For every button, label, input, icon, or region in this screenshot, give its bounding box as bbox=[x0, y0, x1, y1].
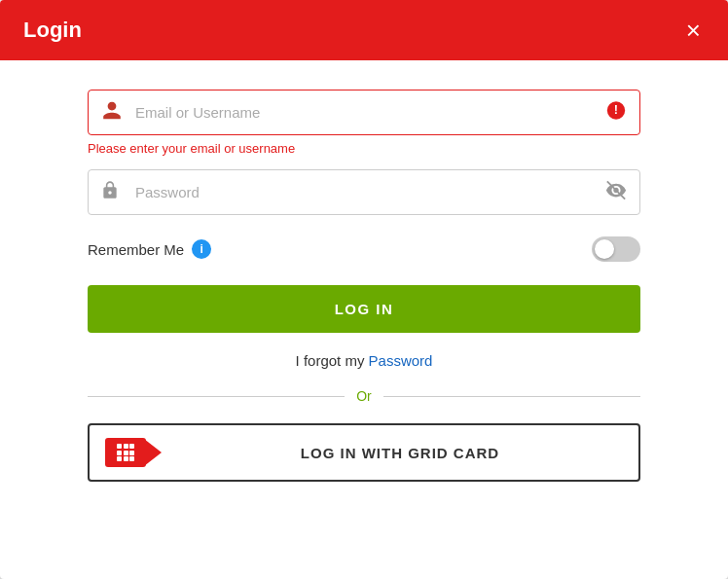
show-password-icon[interactable] bbox=[605, 179, 627, 205]
remember-text: Remember Me bbox=[88, 241, 184, 258]
grid-card-icon bbox=[105, 438, 162, 467]
forgot-text: I forgot my bbox=[296, 352, 365, 369]
grid-icon-box bbox=[105, 438, 146, 467]
grid-card-label: LOG IN WITH GRID CARD bbox=[177, 445, 623, 461]
remember-row: Remember Me i bbox=[88, 236, 640, 262]
red-arrow-icon bbox=[144, 439, 162, 466]
grid-card-button[interactable]: LOG IN WITH GRID CARD bbox=[88, 423, 640, 482]
divider-row: Or bbox=[88, 388, 640, 404]
error-icon: ! bbox=[605, 99, 627, 126]
password-input-wrapper bbox=[88, 169, 640, 215]
forgot-password-row: I forgot my Password bbox=[296, 352, 433, 369]
grid-dots bbox=[117, 444, 134, 461]
email-input-wrapper: ! bbox=[88, 90, 640, 135]
modal-body: ! Please enter your email or username bbox=[0, 60, 728, 521]
email-error-text: Please enter your email or username bbox=[88, 141, 640, 156]
remember-label: Remember Me i bbox=[88, 239, 211, 259]
email-input[interactable] bbox=[88, 90, 640, 135]
divider-line-right bbox=[383, 396, 640, 397]
user-icon bbox=[101, 99, 123, 126]
modal-title: Login bbox=[23, 18, 82, 43]
remember-toggle[interactable] bbox=[592, 236, 640, 262]
close-button[interactable]: × bbox=[682, 18, 705, 43]
toggle-knob bbox=[595, 239, 614, 259]
divider-text: Or bbox=[356, 388, 372, 404]
password-input[interactable] bbox=[88, 169, 640, 215]
divider-line-left bbox=[88, 396, 345, 397]
forgot-password-link[interactable]: Password bbox=[369, 352, 433, 369]
info-icon[interactable]: i bbox=[192, 239, 211, 259]
lock-icon bbox=[100, 180, 120, 204]
login-modal: Login × ! Please enter your email or use… bbox=[0, 0, 728, 579]
login-button[interactable]: LOG IN bbox=[88, 285, 640, 333]
modal-header: Login × bbox=[0, 0, 728, 60]
svg-text:!: ! bbox=[614, 102, 618, 117]
